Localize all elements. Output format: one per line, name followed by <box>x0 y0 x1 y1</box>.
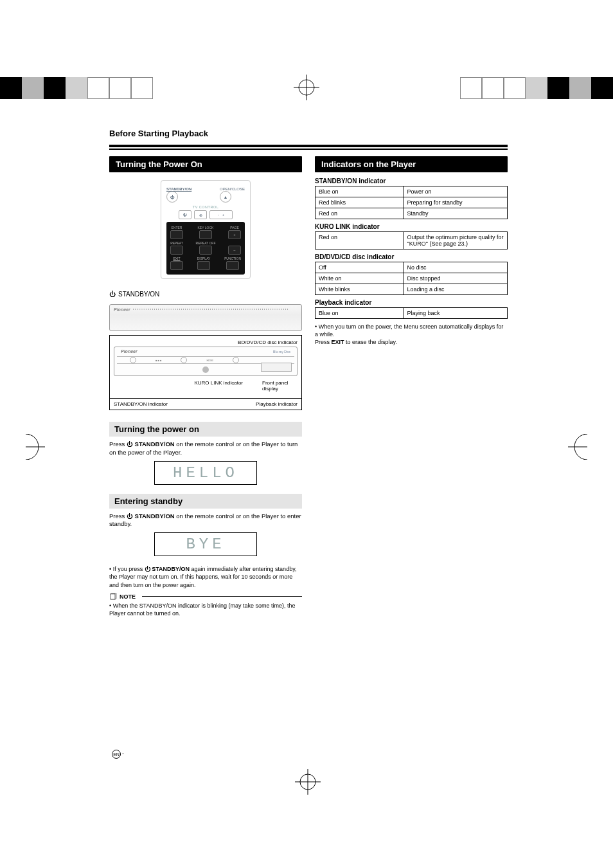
remote-illustration: STANDBY/ON ⏻ OPEN/CLOSE ▲ TV CONTROL ⏻ ⊕ <box>161 180 251 279</box>
subheading-standby: Entering standby <box>109 494 302 509</box>
exit-button[interactable] <box>170 261 183 270</box>
turning-on-text: Press ⏻ STANDBY/ON on the remote control… <box>109 440 302 457</box>
led-indicator <box>202 366 209 373</box>
player-illustration: Pioneer BD/DVD/CD disc indicator Pioneer… <box>109 304 302 410</box>
left-crop-mark <box>26 434 45 462</box>
page-section-title: Before Starting Playback <box>109 129 508 138</box>
right-tail-bullet: When you turn on the power, the Menu scr… <box>315 323 508 346</box>
kuro-indicator-heading: KURO LINK indicator <box>315 223 508 230</box>
front-panel-display <box>261 363 292 372</box>
standby-indicator-label: STANDBY/ON indicator <box>114 401 168 407</box>
subheading-turning-on: Turning the power on <box>109 422 302 437</box>
crosshair-icon <box>294 75 319 100</box>
tv-input-button[interactable]: ⊕ <box>194 210 207 219</box>
remote-dark-panel: ENTER KEY LOCK PAGE+ REPEAT REPEAT OFF −… <box>166 222 245 275</box>
heading-power-on: Turning the Power On <box>109 156 302 172</box>
playback-indicator-label: Playback indicator <box>256 401 298 407</box>
repeat-button[interactable] <box>170 246 183 255</box>
disc-indicator-heading: BD/DVD/CD disc indicator <box>315 253 508 260</box>
heading-indicators: Indicators on the Player <box>315 156 508 172</box>
crosshair-bottom <box>295 769 321 797</box>
page-up-button[interactable]: + <box>228 230 241 239</box>
page-footer: EN- <box>112 750 124 759</box>
note-icon <box>109 593 117 601</box>
front-panel-label: Front panel display <box>262 380 298 392</box>
display-button[interactable] <box>197 261 210 270</box>
tv-control-label: TV CONTROL <box>166 205 245 209</box>
lcd-bye: BYE <box>154 532 257 556</box>
note-bullet: When the STANDBY/ON indicator is blinkin… <box>109 602 302 617</box>
function-button[interactable] <box>226 261 239 270</box>
kuro-link-label: KURO LINK indicator <box>194 380 243 392</box>
playback-indicator-heading: Playback indicator <box>315 299 508 306</box>
registration-marks <box>0 77 613 100</box>
tv-power-button[interactable]: ⏻ <box>179 210 191 219</box>
standby-indicator-table: Blue onPower on Red blinksPreparing for … <box>315 186 508 219</box>
tv-vol-button[interactable]: - + <box>209 210 233 219</box>
standby-on-unit-label: ⏻STANDBY/ON <box>109 291 302 298</box>
remote-openclose-label: OPEN/CLOSE <box>220 187 245 191</box>
page-down-button[interactable]: − <box>228 246 241 255</box>
key-lock-button[interactable] <box>199 230 212 239</box>
playback-indicator-table: Blue onPlaying back <box>315 307 508 319</box>
kuro-indicator-table: Red onOutput the optimum picture quality… <box>315 231 508 249</box>
standby-text: Press ⏻ STANDBY/ON on the remote control… <box>109 512 302 529</box>
enter-button[interactable] <box>170 230 183 239</box>
repeat-off-button[interactable] <box>199 246 212 255</box>
open-close-button[interactable]: ▲ <box>220 191 231 203</box>
rule <box>109 145 508 150</box>
remote-standby-label: STANDBY/ON <box>166 187 191 191</box>
standby-bullet: If you press ⏻ STANDBY/ON again immediat… <box>109 565 302 588</box>
standby-button[interactable]: ⏻ <box>166 191 178 203</box>
bdcd-indicator-label: BD/DVD/CD disc indicator <box>114 339 298 345</box>
disc-indicator-table: OffNo disc White onDisc stopped White bl… <box>315 262 508 295</box>
standby-indicator-heading: STANDBY/ON indicator <box>315 177 508 185</box>
note-heading: NOTE <box>109 593 302 601</box>
lcd-hello: HELLO <box>154 461 257 485</box>
right-crop-mark <box>568 434 587 462</box>
